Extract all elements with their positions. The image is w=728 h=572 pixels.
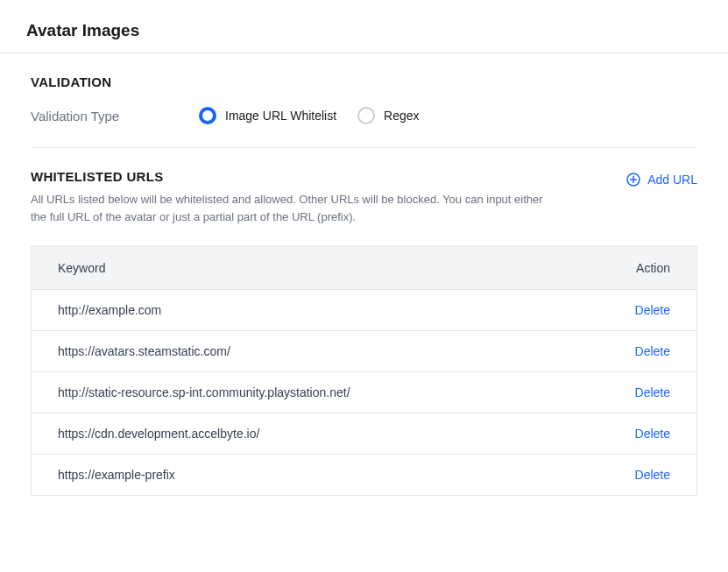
table-row: http://example.com Delete bbox=[32, 290, 697, 331]
action-cell: Delete bbox=[592, 290, 697, 331]
delete-button[interactable]: Delete bbox=[635, 468, 670, 482]
column-action: Action bbox=[592, 247, 697, 290]
action-cell: Delete bbox=[592, 372, 697, 413]
action-cell: Delete bbox=[592, 413, 697, 455]
delete-button[interactable]: Delete bbox=[635, 303, 670, 317]
keyword-cell: https://avatars.steamstatic.com/ bbox=[32, 331, 592, 372]
validation-type-label: Validation Type bbox=[31, 109, 188, 124]
whitelist-section: WHITELISTED URLS All URLs listed below w… bbox=[31, 169, 697, 496]
plus-circle-icon bbox=[626, 173, 640, 187]
whitelist-description: All URLs listed below will be whiteliste… bbox=[31, 191, 556, 225]
validation-type-row: Validation Type Image URL Whitelist Rege… bbox=[31, 107, 697, 124]
table-row: https://avatars.steamstatic.com/ Delete bbox=[32, 331, 697, 372]
validation-heading: VALIDATION bbox=[31, 74, 697, 89]
table-row: https://example-prefix Delete bbox=[32, 455, 697, 496]
keyword-cell: https://cdn.development.accelbyte.io/ bbox=[32, 413, 592, 455]
whitelist-heading: WHITELISTED URLS bbox=[31, 169, 556, 184]
whitelist-header: WHITELISTED URLS All URLs listed below w… bbox=[31, 169, 697, 225]
add-url-button[interactable]: Add URL bbox=[626, 169, 697, 190]
delete-button[interactable]: Delete bbox=[635, 427, 670, 441]
action-cell: Delete bbox=[592, 455, 697, 496]
column-keyword: Keyword bbox=[32, 247, 592, 290]
radio-image-url-whitelist[interactable]: Image URL Whitelist bbox=[199, 107, 336, 124]
table-row: http://static-resource.sp-int.community.… bbox=[32, 372, 697, 413]
table-header-row: Keyword Action bbox=[32, 247, 697, 290]
keyword-cell: http://static-resource.sp-int.community.… bbox=[32, 372, 592, 413]
delete-button[interactable]: Delete bbox=[635, 344, 670, 358]
content-area: VALIDATION Validation Type Image URL Whi… bbox=[0, 53, 728, 496]
radio-whitelist-label: Image URL Whitelist bbox=[225, 109, 336, 123]
section-divider bbox=[31, 147, 697, 148]
whitelist-header-left: WHITELISTED URLS All URLs listed below w… bbox=[31, 169, 556, 225]
action-cell: Delete bbox=[592, 331, 697, 372]
radio-selected-icon bbox=[199, 107, 216, 124]
keyword-cell: http://example.com bbox=[32, 290, 592, 331]
keyword-cell: https://example-prefix bbox=[32, 455, 592, 496]
radio-unselected-icon bbox=[357, 107, 375, 124]
table-row: https://cdn.development.accelbyte.io/ De… bbox=[32, 413, 697, 455]
page-title: Avatar Images bbox=[0, 0, 728, 53]
add-url-label: Add URL bbox=[647, 173, 697, 187]
radio-regex-label: Regex bbox=[384, 109, 419, 123]
url-table: Keyword Action http://example.com Delete… bbox=[31, 246, 697, 496]
radio-regex[interactable]: Regex bbox=[357, 107, 419, 124]
delete-button[interactable]: Delete bbox=[635, 385, 670, 399]
validation-type-radio-group: Image URL Whitelist Regex bbox=[199, 107, 420, 124]
validation-section: VALIDATION Validation Type Image URL Whi… bbox=[31, 74, 697, 124]
